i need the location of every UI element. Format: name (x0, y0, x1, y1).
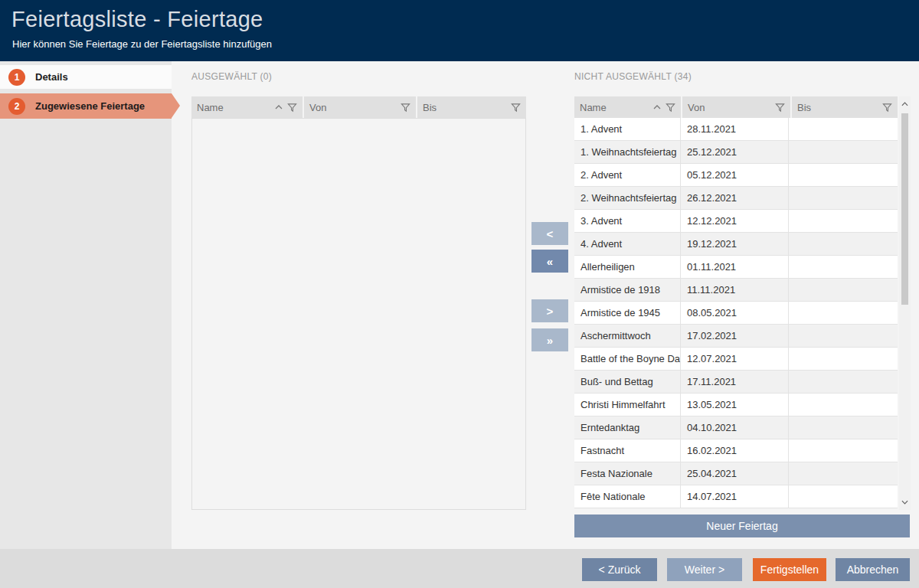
scroll-up-icon[interactable] (899, 98, 911, 110)
vertical-scrollbar[interactable] (899, 96, 911, 510)
cell-von: 25.12.2021 (681, 141, 789, 163)
cell-bis (789, 416, 898, 439)
table-row[interactable]: Buß- und Bettag17.11.2021 (574, 371, 898, 394)
table-row[interactable]: Erntedanktag04.10.2021 (574, 416, 898, 439)
cell-name: Armistice de 1945 (574, 302, 681, 324)
cell-name: Fastnacht (574, 439, 681, 462)
move-selected-left-button[interactable]: < (531, 222, 568, 245)
cell-bis (789, 439, 898, 462)
column-header-label: Von (688, 102, 705, 113)
cell-name: Festa Nazionale (574, 462, 681, 485)
filter-icon[interactable] (775, 103, 785, 113)
cell-bis (789, 233, 898, 255)
table-row[interactable]: 3. Advent12.12.2021 (574, 210, 898, 233)
table-row[interactable]: Festa Nazionale25.04.2021 (574, 462, 898, 485)
cell-bis (789, 485, 898, 508)
cell-von: 25.04.2021 (681, 462, 789, 485)
table-row[interactable]: 2. Weihnachtsfeiertag26.12.2021 (574, 187, 898, 210)
cell-name: 4. Advent (574, 233, 681, 255)
cell-bis (789, 187, 898, 209)
cell-bis (789, 210, 898, 232)
wizard-step-details[interactable]: 1 Details (0, 65, 172, 89)
cell-bis (789, 462, 898, 485)
sort-ascending-icon (653, 105, 661, 109)
table-row[interactable]: 2. Advent05.12.2021 (574, 164, 898, 187)
back-button[interactable]: < Zurück (582, 558, 657, 581)
step-label: Details (35, 71, 68, 83)
column-header-label: Name (580, 102, 607, 113)
next-button[interactable]: Weiter > (667, 558, 742, 581)
filter-icon[interactable] (401, 103, 410, 113)
filter-icon[interactable] (882, 103, 892, 113)
cell-von: 04.10.2021 (681, 416, 789, 439)
table-row[interactable]: Fastnacht16.02.2021 (574, 439, 898, 462)
cell-bis (789, 141, 898, 163)
table-row[interactable]: Armistice de 191811.11.2021 (574, 279, 898, 302)
cell-name: Fête Nationale (574, 485, 681, 508)
cell-bis (789, 325, 898, 347)
scrollbar-thumb[interactable] (901, 113, 908, 305)
filter-icon[interactable] (287, 103, 297, 113)
column-header-von[interactable]: Von (304, 96, 416, 118)
table-row[interactable]: 1. Advent28.11.2021 (574, 118, 898, 141)
column-header-bis[interactable]: Bis (417, 96, 526, 118)
page-title: Feiertagsliste - Feiertage (11, 7, 263, 32)
new-holiday-button[interactable]: Neuer Feiertag (574, 514, 910, 537)
cell-von: 28.11.2021 (681, 118, 789, 140)
column-header-name[interactable]: Name (574, 96, 681, 118)
table-row[interactable]: Allerheiligen01.11.2021 (574, 256, 898, 279)
cell-bis (789, 302, 898, 324)
step-label: Zugewiesene Feiertage (35, 100, 145, 112)
column-header-name[interactable]: Name (191, 96, 303, 118)
wizard-step-zugewiesene-feiertage[interactable]: 2 Zugewiesene Feiertage (0, 93, 172, 119)
cell-bis (789, 371, 898, 393)
move-all-left-button[interactable]: « (531, 250, 568, 273)
cell-name: Christi Himmelfahrt (574, 394, 681, 416)
cell-von: 11.11.2021 (681, 279, 789, 301)
cell-von: 12.12.2021 (681, 210, 789, 232)
cell-name: 3. Advent (574, 210, 681, 232)
cell-name: 2. Weihnachtsfeiertag (574, 187, 681, 209)
move-selected-right-button[interactable]: > (531, 299, 568, 322)
cell-name: Battle of the Boyne Da (574, 348, 681, 370)
column-header-bis[interactable]: Bis (792, 96, 898, 118)
table-row[interactable]: Armistice de 194508.05.2021 (574, 302, 898, 325)
column-header-label: Von (309, 102, 326, 113)
move-all-right-button[interactable]: » (531, 328, 568, 351)
selected-table-body[interactable] (191, 118, 526, 510)
unselected-panel-title: NICHT AUSGEWÄHLT (34) (574, 71, 692, 82)
unselected-table: Name Von Bis (574, 96, 898, 118)
cell-von: 12.07.2021 (681, 348, 789, 370)
finish-button[interactable]: Fertigstellen (753, 558, 826, 581)
unselected-table-header: Name Von Bis (574, 96, 898, 118)
page-subtitle: Hier können Sie Feiertage zu der Feierta… (12, 38, 272, 50)
cell-name: Allerheiligen (574, 256, 681, 278)
table-row[interactable]: Christi Himmelfahrt13.05.2021 (574, 394, 898, 416)
wizard-dialog: Feiertagsliste - Feiertage Hier können S… (0, 0, 919, 588)
cell-von: 05.12.2021 (681, 164, 789, 186)
cell-bis (789, 164, 898, 186)
cell-bis (789, 394, 898, 416)
cell-von: 08.05.2021 (681, 302, 789, 324)
cancel-button[interactable]: Abbrechen (836, 558, 910, 581)
scroll-down-icon[interactable] (899, 496, 911, 508)
table-row[interactable]: 4. Advent19.12.2021 (574, 233, 898, 256)
table-row[interactable]: Battle of the Boyne Da12.07.2021 (574, 348, 898, 371)
table-row[interactable]: Fête Nationale14.07.2021 (574, 485, 898, 508)
cell-name: 2. Advent (574, 164, 681, 186)
filter-icon[interactable] (666, 103, 675, 113)
wizard-sidebar: 1 Details 2 Zugewiesene Feiertage (0, 61, 172, 549)
filter-icon[interactable] (511, 103, 521, 113)
table-row[interactable]: 1. Weihnachtsfeiertag25.12.2021 (574, 141, 898, 164)
table-row[interactable]: Aschermittwoch17.02.2021 (574, 325, 898, 348)
cell-von: 16.02.2021 (681, 439, 789, 462)
cell-von: 17.11.2021 (681, 371, 789, 393)
step-number-badge: 1 (8, 69, 25, 86)
column-header-von[interactable]: Von (682, 96, 790, 118)
cell-name: Buß- und Bettag (574, 371, 681, 393)
cell-name: 1. Weihnachtsfeiertag (574, 141, 681, 163)
column-header-label: Bis (797, 102, 811, 113)
cell-von: 14.07.2021 (681, 485, 789, 508)
unselected-table-rows: 1. Advent28.11.20211. Weihnachtsfeiertag… (574, 118, 898, 508)
dialog-header: Feiertagsliste - Feiertage Hier können S… (0, 0, 919, 61)
